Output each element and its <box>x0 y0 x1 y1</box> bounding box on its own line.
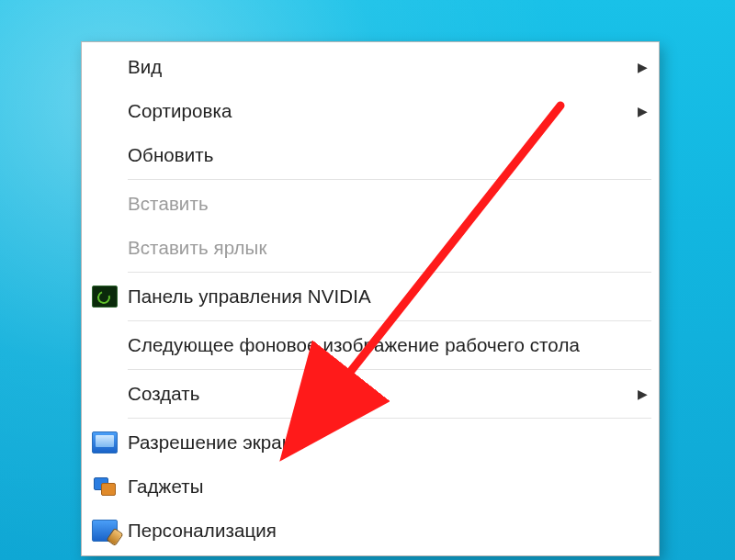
desktop-context-menu: Вид▶Сортировка▶ОбновитьВставитьВставить … <box>81 41 660 556</box>
menu-separator <box>128 179 651 180</box>
menu-item-paste-short: Вставить ярлык <box>84 226 657 270</box>
menu-item-label: Панель управления NVIDIA <box>128 286 648 308</box>
submenu-arrow-icon: ▶ <box>635 60 648 74</box>
menu-item-label: Создать <box>128 383 635 405</box>
menu-item-icon-slot <box>89 380 120 408</box>
menu-item-personalize[interactable]: Персонализация <box>84 509 657 553</box>
menu-item-view[interactable]: Вид▶ <box>84 45 657 89</box>
menu-item-label: Обновить <box>128 144 648 166</box>
menu-item-resolution[interactable]: Разрешение экрана <box>84 420 657 465</box>
menu-item-icon-slot <box>89 141 120 169</box>
menu-item-sort[interactable]: Сортировка▶ <box>84 89 657 133</box>
menu-item-paste: Вставить <box>84 182 657 226</box>
menu-item-label: Вставить ярлык <box>128 237 648 259</box>
menu-item-icon-slot <box>89 331 120 359</box>
submenu-arrow-icon: ▶ <box>635 104 648 118</box>
menu-item-icon-slot <box>89 473 120 500</box>
menu-separator <box>128 369 651 370</box>
menu-item-nvidia[interactable]: Панель управления NVIDIA <box>84 274 657 319</box>
gadgets-icon <box>93 476 117 497</box>
menu-item-label: Разрешение экрана <box>128 431 648 454</box>
menu-item-label: Вид <box>128 56 635 78</box>
personalize-icon <box>92 520 118 542</box>
menu-item-label: Гаджеты <box>128 476 648 498</box>
menu-separator <box>128 272 651 273</box>
menu-item-label: Персонализация <box>128 520 648 542</box>
nvidia-icon <box>92 286 118 308</box>
resolution-icon <box>92 431 118 454</box>
menu-item-icon-slot <box>89 190 120 218</box>
menu-item-gadgets[interactable]: Гаджеты <box>84 465 657 509</box>
menu-item-icon-slot <box>89 517 120 544</box>
menu-item-refresh[interactable]: Обновить <box>84 133 657 177</box>
menu-item-icon-slot <box>89 53 120 81</box>
menu-item-icon-slot <box>89 97 120 125</box>
menu-item-new[interactable]: Создать▶ <box>84 372 657 416</box>
menu-item-next-bg[interactable]: Следующее фоновое изображение рабочего с… <box>84 323 657 367</box>
menu-item-icon-slot <box>89 283 120 310</box>
menu-item-icon-slot <box>89 234 120 262</box>
menu-separator <box>128 320 651 321</box>
menu-item-label: Следующее фоновое изображение рабочего с… <box>128 334 648 356</box>
desktop-background[interactable]: Вид▶Сортировка▶ОбновитьВставитьВставить … <box>0 0 735 560</box>
menu-item-icon-slot <box>89 429 120 456</box>
menu-item-label: Вставить <box>128 193 648 215</box>
menu-separator <box>128 418 651 419</box>
menu-item-label: Сортировка <box>128 100 635 122</box>
submenu-arrow-icon: ▶ <box>635 386 648 401</box>
